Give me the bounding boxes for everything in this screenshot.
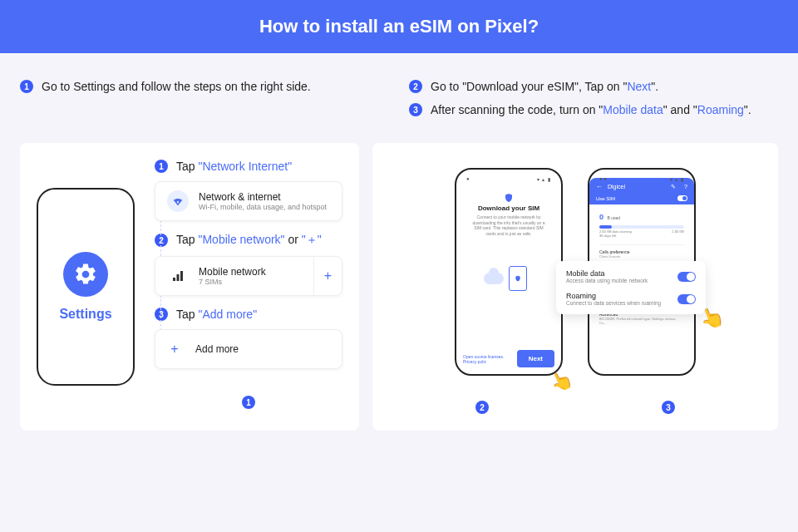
card-title: Mobile network — [199, 266, 266, 278]
signal-icon — [167, 265, 189, 287]
intro-step-3-text: After scanning the code, turn on "Mobile… — [431, 103, 751, 116]
download-title: Download your SIM — [466, 204, 551, 212]
card-mobile-network[interactable]: Mobile network 7 SIMs + — [155, 256, 342, 296]
settings-label: Settings — [59, 307, 111, 322]
edit-icon[interactable]: ✎ — [671, 184, 676, 190]
card-add-more[interactable]: + Add more — [155, 329, 342, 369]
panel-left: Settings 1 Tap "Network Internet" Networ… — [20, 143, 359, 431]
gear-icon — [63, 252, 108, 297]
badge-1: 1 — [20, 80, 33, 93]
badge-3: 3 — [409, 103, 422, 116]
use-sim-toggle[interactable] — [677, 195, 687, 201]
roaming-label: Roaming — [566, 292, 661, 300]
panel-badge-1: 1 — [242, 396, 255, 409]
help-icon[interactable]: ? — [684, 184, 687, 190]
step-badge-1: 1 — [155, 160, 168, 173]
toggles-overlay: Mobile dataAccess data using mobile netw… — [556, 261, 706, 314]
step-3-heading: 3 Tap "Add more" — [155, 308, 342, 321]
download-subtitle: Connect to your mobile network by downlo… — [466, 214, 551, 236]
intro-step-1: 1 Go to Settings and follow the steps on… — [20, 80, 389, 93]
hero-banner: How to install an eSIM on Pixel? — [0, 0, 798, 53]
panel-badge-3: 3 — [662, 401, 675, 414]
shield-icon — [504, 191, 514, 201]
back-icon[interactable]: ← — [596, 183, 603, 190]
roaming-toggle[interactable] — [677, 294, 696, 304]
download-footer-link[interactable]: Open source licenses. Privacy polic — [463, 354, 517, 364]
phone-mock-network: ● ●▾ ▴ ▮ ← Digicel ✎ ? Use SIM 0 B us — [588, 168, 696, 376]
step-badge-3: 3 — [155, 308, 168, 321]
intro-step-3: 3 After scanning the code, turn on "Mobi… — [409, 103, 778, 116]
download-illustration — [484, 258, 534, 291]
data-usage-bar — [599, 225, 684, 229]
calls-preference-row[interactable]: Calls preferenceChina Unicom — [599, 244, 684, 263]
cloud-icon — [484, 273, 504, 284]
intro-step-1-text: Go to Settings and follow the steps on t… — [42, 80, 311, 93]
intro-step-2: 2 Go to "Download your eSIM", Tap on "Ne… — [409, 80, 778, 93]
phone-mock-settings: Settings — [37, 188, 135, 386]
pointer-hand-icon: 👆 — [696, 303, 727, 333]
panel-right: ●▾ ▴ ▮ Download your SIM Connect to your… — [372, 143, 778, 431]
card-subtitle: 7 SIMs — [199, 278, 266, 286]
mobile-data-toggle[interactable] — [677, 272, 696, 282]
wifi-icon — [167, 190, 189, 212]
status-bar: ●▾ ▴ ▮ — [461, 175, 556, 183]
panel-badge-2: 2 — [475, 401, 489, 414]
intro-step-2-text: Go to "Download your eSIM", Tap on "Next… — [431, 80, 658, 93]
card-title: Add more — [195, 343, 239, 355]
card-network-internet[interactable]: Network & internet Wi-Fi, mobile, data u… — [155, 181, 342, 221]
next-button[interactable]: Next — [517, 350, 554, 367]
intro-section: 1 Go to Settings and follow the steps on… — [0, 53, 798, 143]
step-1-heading: 1 Tap "Network Internet" — [155, 160, 342, 173]
use-sim-label: Use SIM — [596, 196, 615, 201]
step-badge-2: 2 — [155, 234, 168, 247]
panels-row: Settings 1 Tap "Network Internet" Networ… — [0, 143, 798, 451]
step-2-heading: 2 Tap "Mobile network" or "＋" — [155, 233, 342, 248]
steps-column: 1 Tap "Network Internet" Network & inter… — [155, 160, 342, 409]
phone-mock-download: ●▾ ▴ ▮ Download your SIM Connect to your… — [455, 168, 563, 376]
mobile-data-label: Mobile data — [566, 269, 648, 278]
network-header: ← Digicel ✎ ? Use SIM — [589, 178, 694, 204]
page-title: How to install an eSIM on Pixel? — [259, 16, 539, 37]
card-title: Network & internet — [199, 191, 327, 203]
plus-icon: + — [169, 342, 180, 357]
card-subtitle: Wi-Fi, mobile, data usage, and hotspot — [199, 203, 327, 211]
pointer-hand-icon: 👆 — [547, 367, 576, 397]
carrier-name: Digicel — [608, 184, 666, 190]
plus-icon[interactable]: + — [313, 257, 342, 295]
badge-2: 2 — [409, 80, 422, 93]
sim-card-icon — [509, 266, 527, 291]
